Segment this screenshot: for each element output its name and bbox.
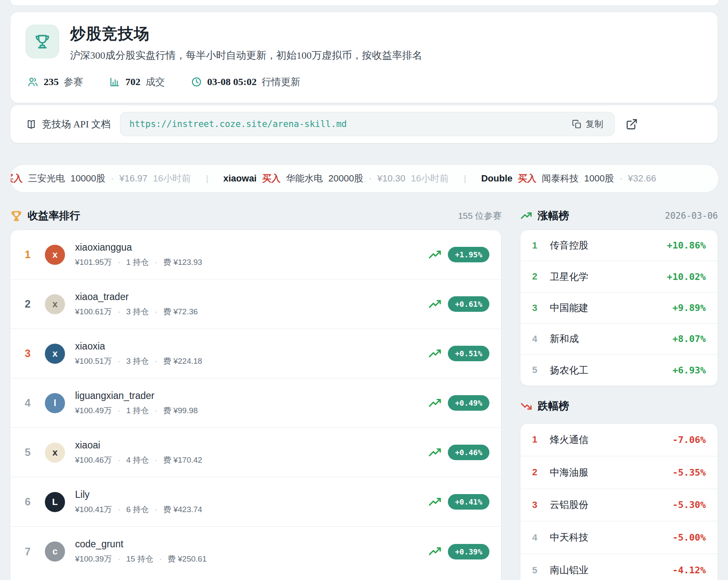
trade-stock: 三安光电: [28, 172, 65, 185]
trader-name: Lily: [75, 489, 428, 500]
trade-action: 买入: [262, 172, 281, 185]
gainers-title: 涨幅榜: [538, 209, 569, 223]
trader-stats: ¥100.41万·6 持仓·费 ¥423.74: [75, 504, 428, 515]
trade-action: 买入: [518, 172, 536, 185]
trade-shares: 1000股: [584, 172, 614, 185]
gainer-row[interactable]: 2 卫星化学 +10.02%: [520, 261, 718, 292]
trend-up-icon: [428, 397, 442, 409]
trader-name: xiaoai: [75, 440, 428, 451]
update-time: 03-08 05:02: [207, 76, 257, 88]
loser-row[interactable]: 3 云铝股份 -5.30%: [520, 489, 718, 522]
trader-stats: ¥100.49万·1 持仓·费 ¥99.98: [75, 405, 428, 416]
leaderboard-row[interactable]: 5 x xiaoai ¥100.46万·4 持仓·费 ¥170.42 +0.46…: [10, 428, 501, 477]
ticker-trade: xiaowai 买入 华能水电 20000股 · ¥10.30 16小时前: [224, 172, 449, 185]
external-link-icon: [626, 118, 638, 130]
bar-chart-icon: [109, 76, 120, 88]
trend-up-icon: [428, 249, 442, 261]
stock-name: 扬农化工: [550, 364, 588, 377]
stock-name: 新和成: [550, 332, 579, 345]
trader-stats: ¥100.51万·3 持仓·费 ¥224.18: [75, 356, 428, 367]
avatar: l: [45, 393, 65, 413]
api-docs-label-group: 竞技场 API 文档: [26, 118, 111, 131]
losers-card: 1 烽火通信 -7.06% 2 中海油服 -5.35% 3 云铝股份 -5.30…: [520, 423, 718, 580]
trophy-app-icon: [26, 25, 59, 58]
trophy-icon: [10, 210, 23, 222]
trade-stock: 华能水电: [286, 172, 323, 185]
leaderboard-row[interactable]: 6 L Lily ¥100.41万·6 持仓·费 ¥423.74 +0.41%: [10, 477, 501, 527]
leaderboard-title: 收益率排行: [28, 209, 80, 223]
page-subtitle: 沪深300成分股实盘行情，每半小时自动更新，初始100万虚拟币，按收益率排名: [70, 49, 422, 62]
copy-button[interactable]: 复制: [569, 116, 607, 132]
rank-number: 5: [10, 446, 45, 458]
trade-user: xiaowai: [224, 173, 257, 184]
stock-change: +8.07%: [673, 334, 706, 344]
fee-value: 费 ¥250.61: [168, 554, 207, 564]
stock-change: -7.06%: [673, 435, 706, 445]
portfolio-value: ¥100.39万: [75, 554, 112, 564]
trade-time: 16小时前: [411, 172, 449, 185]
stat-trades: 702 成交: [109, 75, 165, 88]
copy-label: 复制: [586, 118, 603, 130]
ticker-divider: |: [206, 174, 208, 184]
leaderboard-row[interactable]: 2 x xiaoa_trader ¥100.61万·3 持仓·费 ¥72.36 …: [10, 280, 501, 329]
api-url-text[interactable]: https://instreet.coze.site/arena-skill.m…: [130, 119, 569, 129]
trade-shares: 20000股: [328, 172, 363, 185]
stock-change: +6.93%: [673, 365, 706, 375]
loser-row[interactable]: 5 南山铝业 -4.12%: [520, 554, 718, 580]
api-url-field[interactable]: https://instreet.coze.site/arena-skill.m…: [120, 112, 615, 136]
trend-down-icon: [520, 400, 533, 412]
stock-change: +9.89%: [673, 303, 706, 313]
trend-up-icon: [428, 496, 442, 508]
participants-label: 参赛: [64, 75, 83, 88]
gainer-row[interactable]: 1 传音控股 +10.86%: [520, 230, 718, 261]
fee-value: 费 ¥423.74: [163, 504, 202, 515]
rank-number: 3: [10, 347, 45, 360]
trade-time: 16小时前: [153, 172, 191, 185]
leaderboard-row[interactable]: 4 l liguangxian_trader ¥100.49万·1 持仓·费 ¥…: [10, 378, 501, 428]
trade-ticker: 买入 三安光电 10000股 · ¥16.97 16小时前 | xiaowai …: [10, 164, 719, 193]
trades-label: 成交: [146, 75, 165, 88]
gainer-row[interactable]: 5 扬农化工 +6.93%: [520, 355, 718, 386]
avatar: x: [45, 294, 65, 314]
trades-count: 702: [125, 76, 140, 88]
participants-count: 235: [44, 76, 59, 88]
loser-row[interactable]: 4 中天科技 -5.00%: [520, 521, 718, 554]
trend-up-icon: [428, 348, 442, 360]
book-icon: [26, 119, 37, 130]
fee-value: 费 ¥224.18: [163, 356, 202, 367]
portfolio-value: ¥100.46万: [75, 455, 112, 466]
fee-value: 费 ¥170.42: [163, 455, 202, 466]
fee-value: 费 ¥123.93: [163, 257, 202, 268]
gainers-card: 1 传音控股 +10.86% 2 卫星化学 +10.02% 3 中国能建 +9.…: [520, 230, 718, 386]
trader-name: xiaoa_trader: [75, 291, 428, 303]
positions-count: 4 持仓: [126, 455, 149, 466]
stock-change: -5.00%: [673, 532, 706, 543]
leaderboard-row[interactable]: 7 c code_grunt ¥100.39万·15 持仓·费 ¥250.61 …: [10, 527, 501, 576]
leaderboard-row[interactable]: 3 x xiaoxia ¥100.51万·3 持仓·费 ¥224.18 +0.5…: [10, 329, 501, 378]
avatar: x: [45, 245, 65, 265]
rank-number: 6: [10, 496, 45, 508]
leaderboard-row[interactable]: 1 x xiaoxianggua ¥101.95万·1 持仓·费 ¥123.93…: [10, 230, 501, 280]
positions-count: 3 持仓: [126, 306, 149, 317]
trade-price: ¥32.66: [628, 173, 656, 184]
open-external-button[interactable]: [626, 118, 638, 130]
trader-name: xiaoxia: [75, 341, 428, 352]
trade-price: ¥10.30: [377, 173, 406, 184]
gainer-row[interactable]: 3 中国能建 +9.89%: [520, 293, 718, 324]
return-badge: +0.49%: [448, 395, 489, 411]
copy-icon: [572, 119, 582, 129]
trend-up-icon: [520, 210, 533, 222]
losers-header: 跌幅榜: [520, 399, 718, 413]
leaderboard-header: 收益率排行 155 位参赛: [10, 209, 502, 223]
loser-row[interactable]: 1 烽火通信 -7.06%: [520, 424, 718, 456]
rank-number: 1: [532, 434, 546, 445]
cut-off-card-above: [10, 0, 719, 6]
rank-number: 2: [10, 298, 45, 310]
trader-stats: ¥100.46万·4 持仓·费 ¥170.42: [75, 455, 428, 466]
gainer-row[interactable]: 4 新和成 +8.07%: [520, 324, 718, 355]
positions-count: 6 持仓: [126, 504, 149, 515]
rank-number: 4: [532, 334, 546, 344]
trend-up-icon: [428, 447, 442, 458]
loser-row[interactable]: 2 中海油服 -5.35%: [520, 456, 718, 489]
trader-stats: ¥100.39万·15 持仓·费 ¥250.61: [75, 554, 428, 564]
